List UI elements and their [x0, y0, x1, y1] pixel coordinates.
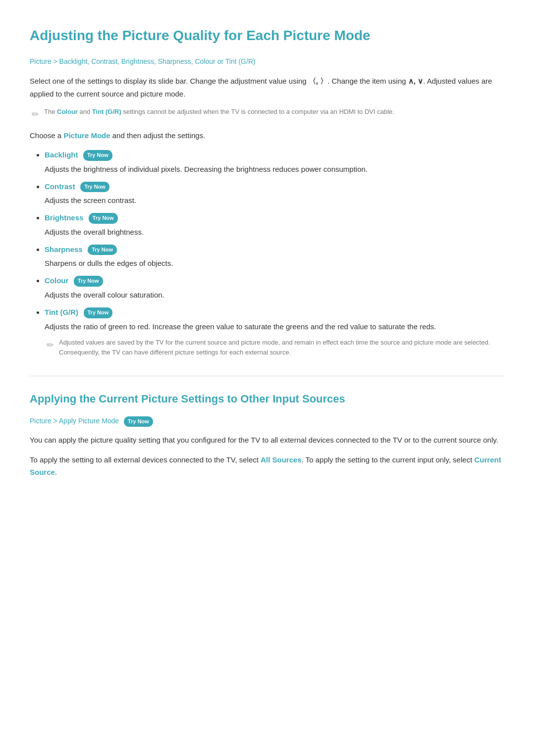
- choose-picture-mode-text: Choose a Picture Mode and then adjust th…: [30, 130, 505, 142]
- section-divider: [30, 376, 505, 376]
- tint-description: Adjusts the ratio of green to red. Incre…: [45, 321, 505, 333]
- breadcrumb: Picture > Backlight, Contrast, Brightnes…: [30, 56, 505, 67]
- brightness-description: Adjusts the overall brightness.: [45, 226, 505, 238]
- section2-title: Applying the Current Picture Settings to…: [30, 390, 505, 407]
- backlight-description: Adjusts the brightness of individual pix…: [45, 163, 505, 175]
- note-colour-tint-text: The Colour and Tint (G/R) settings canno…: [44, 107, 394, 117]
- colour-title[interactable]: Colour: [45, 276, 68, 285]
- list-item-backlight: Backlight Try Now Adjusts the brightness…: [45, 149, 505, 175]
- list-item-brightness: Brightness Try Now Adjusts the overall b…: [45, 211, 505, 238]
- main-title: Adjusting the Picture Quality for Each P…: [30, 25, 505, 47]
- note-adjusted-values: ✏ Adjusted values are saved by the TV fo…: [45, 338, 505, 358]
- all-sources-link[interactable]: All Sources: [261, 455, 302, 464]
- colour-description: Adjusts the overall colour saturation.: [45, 289, 505, 301]
- colour-try-now-badge[interactable]: Try Now: [74, 276, 103, 287]
- brightness-title[interactable]: Brightness: [45, 213, 83, 222]
- breadcrumb-sharpness[interactable]: Sharpness: [158, 57, 191, 65]
- pencil-icon-2: ✏: [47, 338, 54, 353]
- tint-title[interactable]: Tint (G/R): [45, 308, 78, 316]
- breadcrumb-separator: >: [53, 57, 59, 65]
- section2-text1: You can apply the picture quality settin…: [30, 434, 505, 447]
- backlight-title[interactable]: Backlight: [45, 151, 78, 159]
- section2-breadcrumb-sep: >: [53, 417, 58, 425]
- contrast-title[interactable]: Contrast: [45, 182, 75, 191]
- picture-mode-link[interactable]: Picture Mode: [63, 131, 110, 140]
- sharpness-description: Sharpens or dulls the edges of objects.: [45, 257, 505, 269]
- apply-picture-mode-try-now-badge[interactable]: Try Now: [124, 416, 153, 427]
- list-item-sharpness: Sharpness Try Now Sharpens or dulls the …: [45, 243, 505, 270]
- section2-breadcrumb: Picture > Apply Picture Mode Try Now: [30, 415, 505, 427]
- breadcrumb-brightness[interactable]: Brightness: [121, 57, 154, 65]
- note-colour-tint: ✏ The Colour and Tint (G/R) settings can…: [30, 107, 505, 122]
- breadcrumb-backlight[interactable]: Backlight: [59, 57, 88, 65]
- contrast-try-now-badge[interactable]: Try Now: [80, 182, 109, 193]
- list-item-contrast: Contrast Try Now Adjusts the screen cont…: [45, 180, 505, 207]
- note-adjusted-values-text: Adjusted values are saved by the TV for …: [59, 338, 505, 358]
- pencil-icon: ✏: [32, 107, 39, 122]
- sharpness-try-now-badge[interactable]: Try Now: [88, 245, 117, 255]
- breadcrumb-contrast[interactable]: Contrast: [91, 57, 117, 65]
- list-item-colour: Colour Try Now Adjusts the overall colou…: [45, 274, 505, 301]
- list-item-tint: Tint (G/R) Try Now Adjusts the ratio of …: [45, 306, 505, 358]
- note-colour-highlight: Colour: [57, 108, 78, 115]
- contrast-description: Adjusts the screen contrast.: [45, 195, 505, 206]
- tint-try-now-badge[interactable]: Try Now: [84, 307, 113, 318]
- breadcrumb-tint[interactable]: Tint (G/R): [225, 57, 256, 65]
- backlight-try-now-badge[interactable]: Try Now: [83, 150, 112, 161]
- settings-list: Backlight Try Now Adjusts the brightness…: [30, 149, 505, 358]
- breadcrumb-colour[interactable]: Colour: [195, 57, 215, 65]
- brightness-try-now-badge[interactable]: Try Now: [89, 213, 118, 224]
- section2-text2: To apply the setting to all external dev…: [30, 454, 505, 479]
- breadcrumb-picture[interactable]: Picture: [30, 57, 52, 65]
- section2-breadcrumb-apply[interactable]: Apply Picture Mode: [59, 417, 119, 425]
- section2-breadcrumb-picture[interactable]: Picture: [30, 417, 52, 425]
- intro-paragraph: Select one of the settings to display it…: [30, 75, 505, 100]
- note-tint-highlight: Tint (G/R): [92, 108, 121, 115]
- sharpness-title[interactable]: Sharpness: [45, 245, 83, 253]
